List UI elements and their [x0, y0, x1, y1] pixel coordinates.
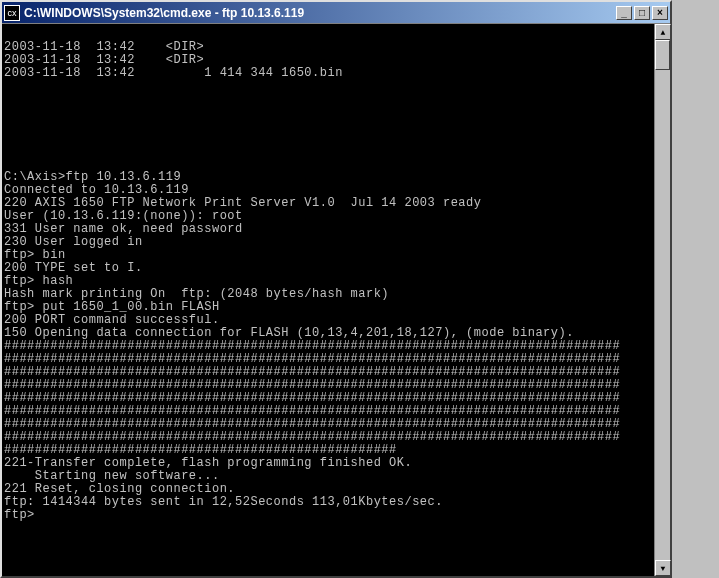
scroll-down-button[interactable]: ▼: [655, 560, 671, 576]
content-area: 2003-11-18 13:42 <DIR> 2003-11-18 13:42 …: [2, 24, 670, 576]
terminal-output[interactable]: 2003-11-18 13:42 <DIR> 2003-11-18 13:42 …: [2, 24, 654, 576]
window-controls: _ □ ×: [616, 6, 668, 20]
minimize-button[interactable]: _: [616, 6, 632, 20]
maximize-button[interactable]: □: [634, 6, 650, 20]
cmd-window: cx C:\WINDOWS\System32\cmd.exe - ftp 10.…: [0, 0, 672, 578]
scroll-thumb[interactable]: [655, 40, 670, 70]
close-button[interactable]: ×: [652, 6, 668, 20]
cmd-icon: cx: [4, 5, 20, 21]
scroll-track[interactable]: [655, 40, 670, 560]
window-title: C:\WINDOWS\System32\cmd.exe - ftp 10.13.…: [24, 6, 616, 20]
title-bar[interactable]: cx C:\WINDOWS\System32\cmd.exe - ftp 10.…: [2, 2, 670, 24]
vertical-scrollbar[interactable]: ▲ ▼: [654, 24, 670, 576]
scroll-up-button[interactable]: ▲: [655, 24, 671, 40]
